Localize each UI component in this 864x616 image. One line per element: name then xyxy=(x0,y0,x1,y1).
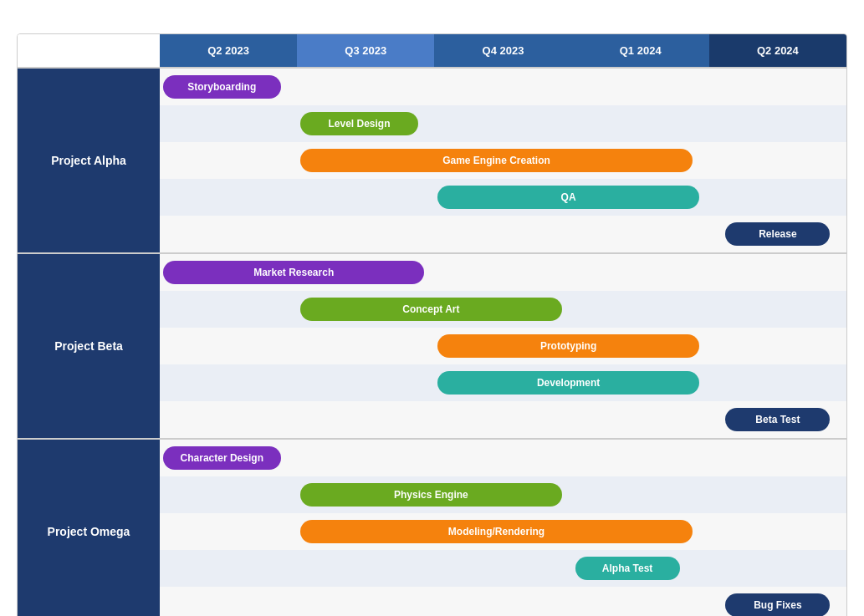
gantt-cell-2-0-2 xyxy=(297,453,434,463)
gantt-cell-1-2-2 xyxy=(297,341,434,351)
gantt-bar-2-0: Character Design xyxy=(163,446,281,470)
gantt-cell-2-3-3 xyxy=(434,563,571,573)
gantt-cell-0-1-5 xyxy=(709,119,846,129)
gantt-cell-0-1-1 xyxy=(160,119,297,129)
gantt-bar-1-0: Market Research xyxy=(163,261,424,284)
gantt-cell-0-1-2: Level Design xyxy=(297,107,434,140)
gantt-bar-1-1: Concept Art xyxy=(300,298,561,321)
gantt-cell-2-2-1 xyxy=(160,527,297,537)
project-section-1: Project BetaMarket ResearchConcept ArtPr… xyxy=(18,252,846,438)
header-quarter-q2-2024: Q2 2024 xyxy=(709,34,846,67)
roadmap-container: Q2 2023Q3 2023Q4 2023Q1 2024Q2 2024 Proj… xyxy=(17,33,847,616)
gantt-cell-0-4-3 xyxy=(434,229,571,239)
gantt-cell-0-4-2 xyxy=(297,229,434,239)
gantt-bar-1-4: Beta Test xyxy=(725,408,830,431)
gantt-cell-0-2-1 xyxy=(160,155,297,165)
gantt-cell-2-4-4 xyxy=(572,600,709,610)
gantt-cell-2-3-4: Alpha Test xyxy=(572,552,709,585)
gantt-cell-1-4-1 xyxy=(160,415,297,425)
gantt-cell-1-0-4 xyxy=(434,267,571,277)
task-row-1-1: Concept Art xyxy=(160,291,846,328)
header-quarter-q3-2023: Q3 2023 xyxy=(297,34,434,67)
gantt-cell-0-0-1: Storyboarding xyxy=(160,70,297,104)
header-quarter-q2-2023: Q2 2023 xyxy=(160,34,297,67)
gantt-bar-2-4: Bug Fixes xyxy=(725,593,830,616)
task-row-2-1: Physics Engine xyxy=(160,476,846,513)
gantt-bar-0-3: QA xyxy=(437,186,698,209)
gantt-bar-1-2: Prototyping xyxy=(437,334,698,358)
gantt-cell-1-4-4 xyxy=(572,415,709,425)
gantt-bar-0-1: Level Design xyxy=(300,112,418,135)
gantt-cell-1-4-3 xyxy=(434,415,571,425)
task-row-1-2: Prototyping xyxy=(160,328,846,364)
task-row-0-1: Level Design xyxy=(160,105,846,142)
gantt-cell-2-4-3 xyxy=(434,600,571,610)
gantt-cell-1-2-1 xyxy=(160,341,297,351)
gantt-cell-0-1-3 xyxy=(434,119,571,129)
gantt-bar-2-2: Modeling/Rendering xyxy=(300,520,693,543)
gantt-cell-2-0-5 xyxy=(709,453,846,463)
task-row-0-2: Game Engine Creation xyxy=(160,142,846,179)
gantt-cell-2-1-1 xyxy=(160,490,297,500)
project-label-2: Project Omega xyxy=(18,440,160,616)
project-section-0: Project AlphaStoryboardingLevel DesignGa… xyxy=(18,67,846,252)
gantt-cell-0-3-3: QA xyxy=(434,181,571,214)
gantt-bar-0-0: Storyboarding xyxy=(163,75,281,99)
project-section-2: Project OmegaCharacter DesignPhysics Eng… xyxy=(18,438,846,616)
gantt-cell-1-3-3: Development xyxy=(434,366,571,400)
gantt-cell-1-0-5 xyxy=(572,267,709,277)
project-label-0: Project Alpha xyxy=(18,69,160,252)
gantt-cell-2-4-2 xyxy=(297,600,434,610)
task-row-2-0: Character Design xyxy=(160,440,846,476)
gantt-cell-0-3-1 xyxy=(160,192,297,202)
gantt-cell-0-3-2 xyxy=(297,192,434,202)
gantt-bar-0-2: Game Engine Creation xyxy=(300,149,693,172)
task-row-0-4: Release xyxy=(160,216,846,252)
gantt-cell-0-0-4 xyxy=(572,82,709,92)
gantt-cell-0-4-4 xyxy=(572,229,709,239)
gantt-cell-2-3-2 xyxy=(297,563,434,573)
gantt-cell-0-4-1 xyxy=(160,229,297,239)
project-label-1: Project Beta xyxy=(18,254,160,438)
gantt-cell-1-3-1 xyxy=(160,378,297,388)
gantt-cell-1-4-2 xyxy=(297,415,434,425)
gantt-bar-0-4: Release xyxy=(725,222,830,246)
gantt-cell-1-0-1: Market Research xyxy=(160,256,297,289)
gantt-cell-2-4-1 xyxy=(160,600,297,610)
gantt-bar-2-1: Physics Engine xyxy=(300,483,561,507)
task-row-1-4: Beta Test xyxy=(160,401,846,438)
task-row-0-0: Storyboarding xyxy=(160,69,846,105)
header-empty xyxy=(18,34,160,67)
gantt-cell-0-0-2 xyxy=(297,82,434,92)
task-row-0-3: QA xyxy=(160,179,846,216)
gantt-cell-2-0-4 xyxy=(572,453,709,463)
gantt-cell-2-1-2: Physics Engine xyxy=(297,478,434,512)
gantt-cell-2-3-5 xyxy=(709,563,846,573)
gantt-bar-1-3: Development xyxy=(437,371,698,395)
gantt-cell-1-1-5 xyxy=(572,304,709,314)
gantt-cell-2-3-1 xyxy=(160,563,297,573)
header-quarter-q4-2023: Q4 2023 xyxy=(434,34,571,67)
gantt-cell-0-1-4 xyxy=(572,119,709,129)
gantt-cell-2-0-1: Character Design xyxy=(160,441,297,475)
header-quarter-q1-2024: Q1 2024 xyxy=(572,34,709,67)
gantt-cell-2-0-3 xyxy=(434,453,571,463)
gantt-cell-0-4-5: Release xyxy=(709,217,846,251)
header-row: Q2 2023Q3 2023Q4 2023Q1 2024Q2 2024 xyxy=(18,34,846,67)
task-row-2-2: Modeling/Rendering xyxy=(160,513,846,550)
gantt-bar-2-3: Alpha Test xyxy=(575,557,680,580)
gantt-cell-1-3-2 xyxy=(297,378,434,388)
gantt-cell-2-2-2: Modeling/Rendering xyxy=(297,515,434,548)
gantt-cell-2-1-5 xyxy=(572,490,709,500)
task-row-1-0: Market Research xyxy=(160,254,846,291)
gantt-cell-1-2-3: Prototyping xyxy=(434,329,571,363)
gantt-cell-0-2-2: Game Engine Creation xyxy=(297,144,434,177)
gantt-cell-1-1-1 xyxy=(160,304,297,314)
gantt-cell-0-0-3 xyxy=(434,82,571,92)
gantt-cell-1-4-5: Beta Test xyxy=(709,403,846,436)
gantt-cell-1-1-2: Concept Art xyxy=(297,293,434,326)
task-row-2-4: Bug Fixes xyxy=(160,587,846,616)
task-row-2-3: Alpha Test xyxy=(160,550,846,587)
task-row-1-3: Development xyxy=(160,364,846,401)
gantt-cell-2-4-5: Bug Fixes xyxy=(709,588,846,616)
